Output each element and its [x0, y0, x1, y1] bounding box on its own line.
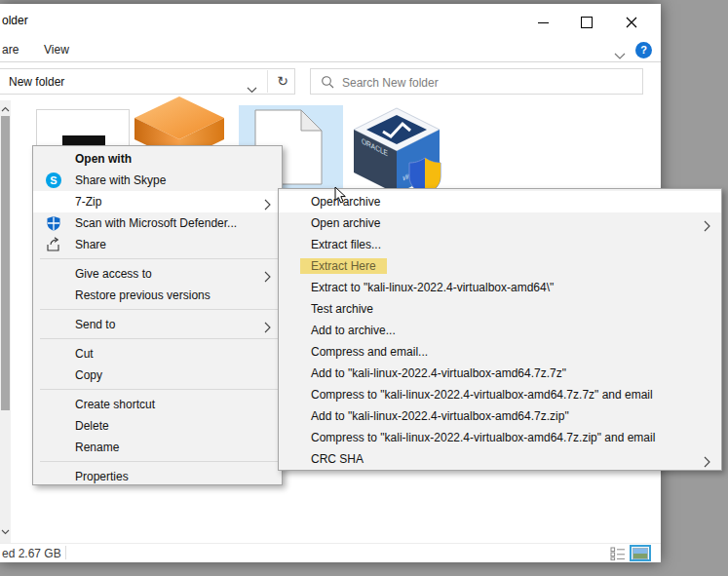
submenu-arrow-icon: [264, 319, 271, 340]
highlighted-menu-label: Extract Here: [300, 258, 387, 274]
refresh-button[interactable]: ↻: [272, 71, 293, 92]
minimize-icon: [538, 22, 549, 23]
search-input[interactable]: [340, 72, 636, 93]
submenu-item-add-to-zip[interactable]: Add to "kali-linux-2022.4-virtualbox-amd…: [279, 405, 721, 427]
submenu-item-compress-to-7z-and-email[interactable]: Compress to "kali-linux-2022.4-virtualbo…: [279, 384, 721, 405]
search-icon: [321, 75, 334, 93]
scrollbar-thumb[interactable]: [1, 116, 10, 410]
skype-icon: S: [46, 173, 61, 188]
menu-label: CRC SHA: [311, 452, 364, 466]
vertical-scrollbar[interactable]: [0, 100, 11, 543]
submenu-item-test-archive[interactable]: Test archive: [279, 298, 721, 320]
menu-label: Restore previous versions: [75, 288, 211, 302]
menu-label: Cut: [75, 347, 94, 361]
address-divider: [267, 70, 268, 93]
minimize-button[interactable]: [523, 10, 562, 35]
menu-label: Copy: [75, 368, 102, 382]
menu-label: Create shortcut: [75, 398, 155, 411]
submenu-item-crc-sha[interactable]: CRC SHA: [279, 448, 721, 470]
tab-view[interactable]: View: [44, 43, 69, 57]
menu-label: Compress to "kali-linux-2022.4-virtualbo…: [311, 431, 655, 444]
details-view-button[interactable]: [608, 546, 627, 561]
submenu-item-add-to-archive[interactable]: Add to archive...: [279, 320, 721, 341]
context-menu-item-scan-defender[interactable]: Scan with Microsoft Defender...: [33, 212, 282, 234]
submenu-item-add-to-7z[interactable]: Add to "kali-linux-2022.4-virtualbox-amd…: [279, 363, 721, 384]
desktop: older are View ?: [0, 0, 728, 576]
submenu-item-compress-to-zip-and-email[interactable]: Compress to "kali-linux-2022.4-virtualbo…: [279, 427, 721, 448]
context-menu-item-delete[interactable]: Delete: [33, 415, 282, 437]
status-divider: [65, 546, 66, 559]
menu-label: Send to: [75, 318, 115, 331]
menu-label: 7-Zip: [75, 195, 101, 209]
7zip-submenu: Open archive Open archive Extract files.…: [278, 188, 722, 471]
context-menu-item-copy[interactable]: Copy: [33, 365, 282, 386]
context-menu: Open with S Share with Skype 7-Zip Scan …: [32, 145, 283, 485]
submenu-item-extract-here[interactable]: Extract Here: [279, 255, 721, 277]
virtualbox-icon: ORACLE VirtualBox: [347, 107, 446, 195]
menu-label: Extract to "kali-linux-2022.4-virtualbox…: [311, 281, 554, 294]
submenu-item-extract-files[interactable]: Extract files...: [279, 234, 721, 255]
defender-shield-icon: [46, 215, 61, 231]
thumbnail-view-icon: [632, 548, 648, 559]
menu-label: Add to "kali-linux-2022.4-virtualbox-amd…: [311, 409, 569, 423]
title-bar[interactable]: older: [0, 4, 661, 39]
menu-label: Compress to "kali-linux-2022.4-virtualbo…: [311, 388, 653, 402]
close-icon: [626, 17, 637, 28]
menu-label: Add to archive...: [311, 324, 396, 337]
context-menu-item-share[interactable]: Share: [33, 234, 282, 255]
status-selection-size: ed 2.67 GB: [2, 547, 61, 560]
menu-separator: [40, 389, 279, 390]
address-location: New folder: [9, 75, 64, 89]
context-menu-item-open-with[interactable]: Open with: [33, 148, 282, 170]
context-menu-item-7zip[interactable]: 7-Zip: [33, 191, 282, 212]
address-bar[interactable]: New folder ↻: [0, 68, 295, 95]
context-menu-item-cut[interactable]: Cut: [33, 343, 282, 365]
share-icon: [46, 237, 61, 252]
menu-label: Share: [75, 238, 106, 251]
chevron-down-icon: [614, 53, 626, 60]
help-button[interactable]: ?: [635, 42, 652, 58]
menu-separator: [40, 461, 279, 462]
address-row: New folder ↻: [0, 62, 661, 100]
menu-label: Rename: [75, 441, 119, 454]
large-icons-view-button[interactable]: [630, 545, 651, 561]
menu-label: Open archive: [311, 216, 380, 230]
menu-label: Share with Skype: [75, 173, 166, 187]
ribbon-bar: are View ?: [0, 39, 661, 61]
context-menu-item-restore-previous-versions[interactable]: Restore previous versions: [33, 285, 282, 306]
menu-label: Delete: [75, 419, 109, 433]
submenu-item-open-archive-with[interactable]: Open archive: [279, 212, 721, 234]
status-bar: ed 2.67 GB: [0, 543, 661, 562]
tab-share[interactable]: are: [2, 43, 19, 57]
close-button[interactable]: [612, 10, 651, 35]
menu-separator: [40, 338, 279, 339]
context-menu-item-share-with-skype[interactable]: S Share with Skype: [33, 170, 282, 191]
context-menu-item-rename[interactable]: Rename: [33, 437, 282, 458]
search-box[interactable]: [310, 68, 643, 95]
chevron-down-icon: [247, 87, 257, 94]
submenu-item-extract-to-folder[interactable]: Extract to "kali-linux-2022.4-virtualbox…: [279, 277, 721, 298]
menu-label: Compress and email...: [311, 345, 428, 359]
context-menu-item-give-access-to[interactable]: Give access to: [33, 263, 282, 285]
context-menu-item-send-to[interactable]: Send to: [33, 314, 282, 335]
menu-label: Open with: [75, 152, 132, 166]
submenu-arrow-icon: [704, 453, 710, 475]
address-dropdown-button[interactable]: [247, 80, 257, 97]
window-title: older: [2, 14, 28, 27]
scroll-up-icon[interactable]: [0, 102, 11, 116]
menu-separator: [40, 309, 279, 310]
details-view-icon: [610, 547, 626, 560]
menu-label: Add to "kali-linux-2022.4-virtualbox-amd…: [311, 366, 566, 380]
menu-label: Give access to: [75, 267, 152, 281]
menu-label: Test archive: [311, 302, 373, 316]
menu-label: Properties: [75, 470, 129, 483]
maximize-button[interactable]: [567, 10, 606, 35]
menu-separator: [40, 258, 279, 259]
file-thumbnail-virtualbox[interactable]: ORACLE VirtualBox: [347, 107, 446, 199]
mouse-cursor: [334, 186, 347, 209]
context-menu-item-properties[interactable]: Properties: [33, 466, 282, 487]
menu-label: Scan with Microsoft Defender...: [75, 216, 237, 230]
submenu-item-compress-and-email[interactable]: Compress and email...: [279, 341, 721, 363]
scroll-down-icon[interactable]: [0, 525, 11, 539]
context-menu-item-create-shortcut[interactable]: Create shortcut: [33, 394, 282, 415]
